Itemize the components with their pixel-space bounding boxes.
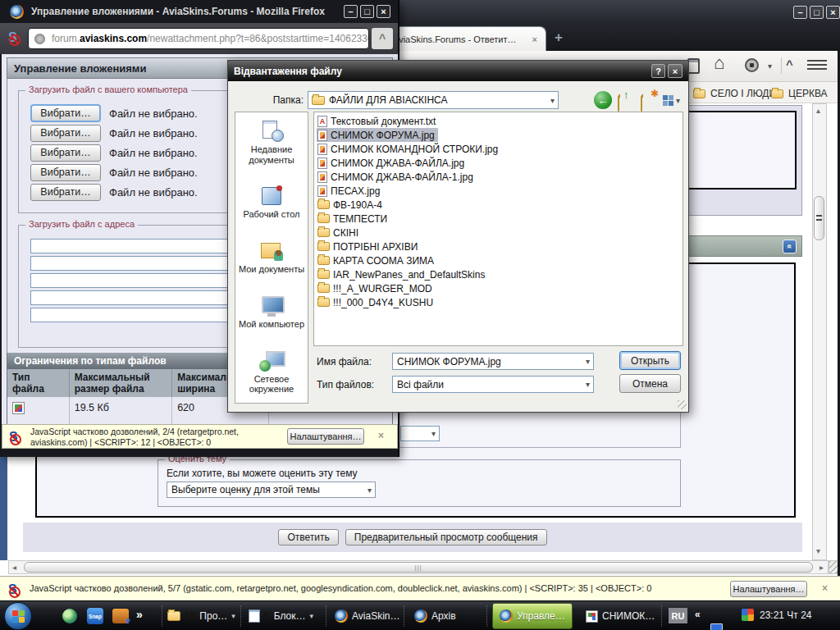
quicklaunch-overflow-icon[interactable]: » <box>136 608 143 621</box>
horizontal-scroll-thumb[interactable]: ||| <box>24 562 813 573</box>
bookmark-folder-cerkva[interactable]: ЦЕРКВА <box>771 88 827 99</box>
quicklaunch-browser-icon[interactable] <box>62 609 77 623</box>
place-desktop[interactable]: Рабочий стол <box>237 185 306 220</box>
close-notification-icon[interactable]: × <box>822 582 828 594</box>
home-icon[interactable]: ⌂ <box>714 52 724 74</box>
close-notification-icon[interactable]: × <box>378 430 384 441</box>
scroll-right-icon[interactable]: ▸ <box>819 564 824 572</box>
url-dropdown-icon[interactable]: ^ <box>372 28 393 49</box>
folder-item[interactable]: IAR_NewPanes_and_DefaultSkins <box>317 267 488 281</box>
close-icon[interactable]: × <box>668 64 682 78</box>
folder-item[interactable]: СКІНІ <box>317 226 362 240</box>
image-file-icon <box>317 158 327 169</box>
maximize-icon[interactable]: □ <box>360 5 374 18</box>
filetype-combobox[interactable]: Всі файли ▾ <box>392 376 594 393</box>
close-icon[interactable]: × <box>826 6 840 19</box>
menu-hamburger-icon[interactable] <box>807 60 827 71</box>
window-title: Управление вложениями - AviaSkins.Forums… <box>31 6 325 17</box>
url-bar[interactable]: forum.aviaskins.com/newattachment.php?t=… <box>28 28 369 49</box>
choose-file-button[interactable]: Вибрати… <box>30 184 101 201</box>
start-button[interactable] <box>4 602 32 630</box>
place-my-computer[interactable]: Мой компьютер <box>237 295 306 330</box>
file-item[interactable]: СНИМОК ДЖАВА-ФАЙЛА.jpg <box>317 156 468 170</box>
cancel-button[interactable]: Отмена <box>619 374 681 393</box>
bookmarks-sidebar-icon[interactable] <box>687 58 700 74</box>
folder-item[interactable]: ПОТРІБНІ АРХІВИ <box>317 240 421 253</box>
open-button[interactable]: Открыть <box>619 351 681 370</box>
file-item[interactable]: СНИМОК КОМАНДНОЙ СТРОКИ.jpg <box>317 142 501 156</box>
close-icon[interactable]: × <box>377 5 390 18</box>
dialog-resize-grip[interactable] <box>678 400 687 409</box>
taskbar-button-attachments-active[interactable]: Управле… <box>492 603 573 629</box>
file-item[interactable]: СНИМОК ДЖАВА-ФАЙЛА-1.jpg <box>317 170 477 184</box>
taskbar-button-notepad-group[interactable]: 5 Блок… ▾ <box>249 605 313 628</box>
tab-close-icon[interactable]: × <box>532 34 537 44</box>
chevron-down-icon: ▾ <box>582 357 593 366</box>
choose-file-button[interactable]: Вибрати… <box>30 164 101 181</box>
dialog-titlebar[interactable]: Відвантаження файлу ? × <box>228 61 688 81</box>
folder-icon <box>317 298 330 307</box>
clock[interactable]: 23:21 Чт 24 <box>760 609 812 621</box>
horizontal-scrollbar[interactable]: ◂ ||| ▸ <box>8 560 829 574</box>
language-indicator[interactable]: RU <box>669 608 687 623</box>
reader-icon[interactable] <box>745 58 759 72</box>
taskbar-button-aviaskins[interactable]: AviaSkin… <box>335 605 399 628</box>
back-icon[interactable]: ← <box>594 91 612 109</box>
tab-aviaskins-forums[interactable]: AviaSkins.Forums - Ответит… × <box>384 26 546 51</box>
vertical-scrollbar[interactable]: ▴ ▾ <box>812 103 827 560</box>
tray-overflow-icon[interactable]: « <box>695 609 701 620</box>
window-titlebar[interactable]: Управление вложениями - AviaSkins.Forums… <box>0 0 398 23</box>
filename-combobox[interactable]: СНИМОК ФОРУМА.jpg ▾ <box>392 353 594 370</box>
no-file-label: Файл не вибрано. <box>109 127 198 139</box>
minimize-icon[interactable]: – <box>344 5 358 18</box>
place-my-documents[interactable]: Мои документы <box>237 240 306 275</box>
desktop-icon <box>259 185 284 207</box>
network-tray-icon[interactable] <box>710 623 723 630</box>
folder-combobox[interactable]: ФАЙЛИ ДЛЯ АВІАСКІНСА ▾ <box>308 91 559 109</box>
scroll-left-icon[interactable]: ◂ <box>12 564 16 572</box>
place-network[interactable]: Сетевое окружение <box>237 350 306 395</box>
quicklaunch-snap-icon[interactable]: Snap <box>87 608 103 624</box>
image-editor-icon <box>586 610 598 623</box>
antivirus-tray-icon[interactable] <box>742 609 754 621</box>
rate-thread-select[interactable]: Выберите оценку для этой темы ▾ <box>167 482 376 498</box>
taskbar-button-explorer-group[interactable]: 19 Про… ▾ <box>167 605 235 628</box>
folder-item[interactable]: !!!_A_WURGER_MOD <box>317 281 436 295</box>
taskbar-divider <box>162 605 162 627</box>
folder-item[interactable]: ТЕМПЕСТИ <box>317 212 390 226</box>
taskbar-button-snapshot[interactable]: СНИМОК… <box>586 605 655 628</box>
noscript-settings-button[interactable]: Налаштування… <box>730 581 807 597</box>
folder-item[interactable]: !!!_000_D4Y4_KUSHU <box>317 295 436 309</box>
choose-file-button[interactable]: Вибрати… <box>30 104 101 122</box>
file-item[interactable]: ПЕСАХ.jpg <box>317 184 383 198</box>
collapse-section-icon[interactable]: « <box>783 240 797 253</box>
reply-button[interactable]: Ответить <box>278 529 338 546</box>
folder-icon <box>317 242 330 251</box>
file-item[interactable]: Текстовый документ.txt <box>317 114 439 128</box>
views-icon[interactable]: ▾ <box>663 91 687 109</box>
folder-item[interactable]: КАРТА СООМА ЗИМА <box>317 253 437 267</box>
up-folder-icon[interactable]: ↑ <box>617 91 635 109</box>
thumbnail-select[interactable]: ▾ <box>400 426 440 441</box>
folder-item[interactable]: ФВ-190А-4 <box>317 198 386 212</box>
noscript-toolbar-icon[interactable]: S <box>8 30 17 44</box>
place-recent-documents[interactable]: Недавние документы <box>237 121 306 165</box>
noscript-settings-button[interactable]: Налаштування… <box>287 428 364 445</box>
chevron-down-icon[interactable]: ▾ <box>768 62 772 71</box>
choose-file-button[interactable]: Вибрати… <box>30 144 101 162</box>
new-folder-icon[interactable]: ✱ <box>640 91 658 109</box>
quicklaunch-downloads-icon[interactable] <box>112 609 129 623</box>
preview-button[interactable]: Предварительный просмотр сообщения <box>345 529 547 546</box>
vertical-scroll-thumb[interactable] <box>814 196 824 240</box>
help-icon[interactable]: ? <box>651 64 665 78</box>
minimize-icon[interactable]: – <box>793 6 807 19</box>
scroll-up-icon[interactable]: ▴ <box>816 107 820 115</box>
file-item-selected[interactable]: СНИМОК ФОРУМА.jpg <box>317 128 438 142</box>
taskbar-button-archive[interactable]: Архів <box>414 605 456 628</box>
scroll-down-icon[interactable]: ▾ <box>816 547 820 555</box>
bookmark-folder-selo[interactable]: СЕЛО І ЛЮДИ <box>693 88 776 99</box>
choose-file-button[interactable]: Вибрати… <box>30 125 101 142</box>
new-tab-icon[interactable]: + <box>555 30 563 46</box>
maximize-icon[interactable]: □ <box>810 6 824 19</box>
collapse-toolbar-icon[interactable]: ^ <box>786 57 793 71</box>
